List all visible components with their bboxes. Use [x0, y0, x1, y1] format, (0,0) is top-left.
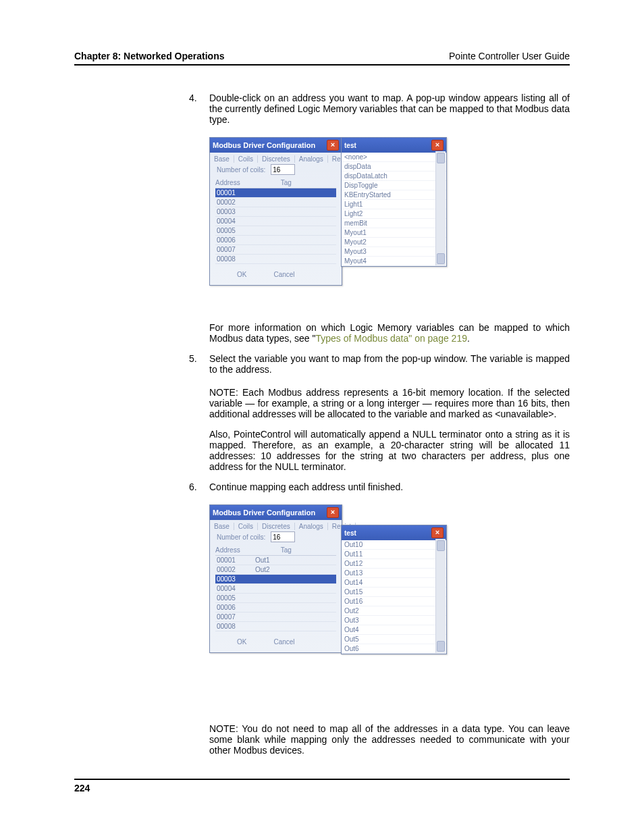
step-number: 5. — [189, 353, 197, 364]
para-after-step4: For more information on which Logic Memo… — [209, 322, 570, 344]
table-row[interactable]: 00006 — [215, 236, 336, 245]
table-row[interactable]: 00006 — [215, 603, 336, 613]
list-item[interactable]: memBit — [342, 219, 446, 228]
list-item[interactable]: Myout4 — [342, 257, 446, 266]
list-item[interactable]: Out12 — [342, 559, 446, 569]
list-item[interactable]: Out3 — [342, 616, 446, 625]
table-row[interactable]: 00005 — [215, 594, 336, 603]
list-item[interactable]: dispData — [342, 162, 446, 172]
step-text: Select the variable you want to map from… — [209, 353, 570, 375]
step-number: 6. — [189, 481, 197, 492]
list-item[interactable]: Light1 — [342, 200, 446, 209]
table-row[interactable]: 00003 — [215, 207, 336, 217]
close-icon[interactable]: × — [327, 140, 339, 151]
coils-label: Number of coils: — [217, 533, 265, 541]
table-row[interactable]: 00004 — [215, 584, 336, 594]
list-item[interactable]: Out11 — [342, 550, 446, 559]
list-item[interactable]: Out4 — [342, 625, 446, 635]
variable-popup: test × Out10Out11Out12Out13Out14Out15Out… — [341, 525, 447, 654]
list-item[interactable]: Out2 — [342, 606, 446, 616]
main-window: Modbus Driver Configuration × Base Coils… — [209, 504, 342, 653]
list-item[interactable]: Myout1 — [342, 228, 446, 238]
chevron-down-icon[interactable] — [437, 641, 445, 652]
close-icon[interactable]: × — [431, 527, 444, 538]
note-5a: NOTE: Each Modbus address represents a 1… — [209, 387, 570, 419]
step-number: 4. — [189, 93, 197, 103]
coils-input[interactable] — [271, 531, 295, 542]
address-grid[interactable]: 0000100002000030000400005000060000700008 — [215, 188, 336, 264]
xref-types-of-modbus[interactable]: Types of Modbus data" on page 219 — [316, 333, 467, 344]
col-address: Address — [215, 546, 240, 554]
tab-discretes[interactable]: Discretes — [262, 155, 295, 163]
step-text: Continue mapping each address until fini… — [209, 481, 403, 492]
tab-base[interactable]: Base — [214, 155, 234, 163]
variable-list[interactable]: Out10Out11Out12Out13Out14Out15Out16Out2O… — [342, 540, 446, 654]
table-row[interactable]: 00005 — [215, 226, 336, 236]
close-icon[interactable]: × — [431, 140, 444, 151]
table-row[interactable]: 00001 — [215, 188, 336, 198]
scroll-thumb[interactable] — [437, 153, 445, 163]
list-item[interactable]: <none> — [342, 153, 446, 162]
close-icon[interactable]: × — [327, 507, 339, 518]
list-item[interactable]: Out15 — [342, 588, 446, 597]
list-item[interactable]: Out14 — [342, 578, 446, 588]
chapter-heading: Chapter 8: Networked Operations — [74, 51, 225, 61]
list-item[interactable]: KBEntryStarted — [342, 190, 446, 200]
ok-button[interactable]: OK — [237, 638, 246, 646]
list-item[interactable]: dispDataLatch — [342, 172, 446, 181]
window-titlebar: Modbus Driver Configuration × — [210, 138, 342, 153]
table-row[interactable]: 00001Out1 — [215, 556, 336, 565]
step-5: 5. Select the variable you want to map f… — [189, 353, 570, 375]
list-item[interactable]: Myout2 — [342, 238, 446, 247]
scroll-thumb[interactable] — [437, 540, 445, 551]
tab-discretes[interactable]: Discretes — [262, 523, 295, 530]
variable-popup: test × <none>dispDatadispDataLatchDispTo… — [341, 137, 447, 267]
list-item[interactable]: Out6 — [342, 644, 446, 654]
table-row[interactable]: 00007 — [215, 245, 336, 255]
table-row[interactable]: 00004 — [215, 217, 336, 226]
list-item[interactable]: Out10 — [342, 540, 446, 550]
popup-title: test — [344, 529, 356, 537]
list-item[interactable]: Out13 — [342, 569, 446, 578]
coils-label: Number of coils: — [217, 166, 265, 174]
cancel-button[interactable]: Cancel — [273, 271, 294, 278]
table-row[interactable]: 00002Out2 — [215, 565, 336, 575]
tab-base[interactable]: Base — [214, 523, 234, 530]
header-rule — [74, 64, 570, 66]
col-tag: Tag — [281, 546, 292, 554]
tab-analogs[interactable]: Analogs — [299, 155, 328, 163]
step-text: Double-click on an address you want to m… — [209, 93, 570, 125]
list-item[interactable]: Out5 — [342, 635, 446, 644]
list-item[interactable]: Light2 — [342, 209, 446, 219]
guide-title: Pointe Controller User Guide — [449, 51, 570, 61]
address-grid[interactable]: 00001Out100002Out20000300004000050000600… — [215, 555, 336, 631]
list-item[interactable]: Out16 — [342, 597, 446, 606]
col-address: Address — [215, 179, 240, 186]
chevron-down-icon[interactable] — [437, 253, 445, 264]
table-row[interactable]: 00008 — [215, 622, 336, 631]
ok-button[interactable]: OK — [237, 271, 246, 278]
window-title: Modbus Driver Configuration — [213, 509, 315, 517]
window-title: Modbus Driver Configuration — [213, 141, 315, 149]
scrollbar[interactable] — [435, 539, 446, 653]
note-5b: Also, PointeControl will automatically a… — [209, 429, 570, 472]
table-row[interactable]: 00007 — [215, 613, 336, 622]
tab-coils[interactable]: Coils — [238, 523, 258, 530]
table-row[interactable]: 00002 — [215, 198, 336, 207]
table-row[interactable]: 00003 — [215, 575, 336, 584]
main-window: Modbus Driver Configuration × Base Coils… — [209, 137, 342, 286]
tab-row: Base Coils Discretes Analogs Registe — [210, 153, 342, 163]
page-number: 224 — [74, 779, 570, 793]
table-row[interactable]: 00008 — [215, 255, 336, 264]
scrollbar[interactable] — [435, 151, 446, 265]
tab-analogs[interactable]: Analogs — [299, 523, 328, 530]
list-item[interactable]: DispToggle — [342, 181, 446, 190]
tab-coils[interactable]: Coils — [238, 155, 258, 163]
cancel-button[interactable]: Cancel — [273, 638, 294, 646]
variable-list[interactable]: <none>dispDatadispDataLatchDispToggleKBE… — [342, 153, 446, 266]
coils-input[interactable] — [271, 164, 295, 175]
list-item[interactable]: Myout3 — [342, 247, 446, 257]
figure-modbus-config-1: Modbus Driver Configuration × Base Coils… — [209, 137, 432, 313]
figure-modbus-config-2: Modbus Driver Configuration × Base Coils… — [209, 504, 432, 714]
step-6: 6. Continue mapping each address until f… — [189, 481, 570, 492]
